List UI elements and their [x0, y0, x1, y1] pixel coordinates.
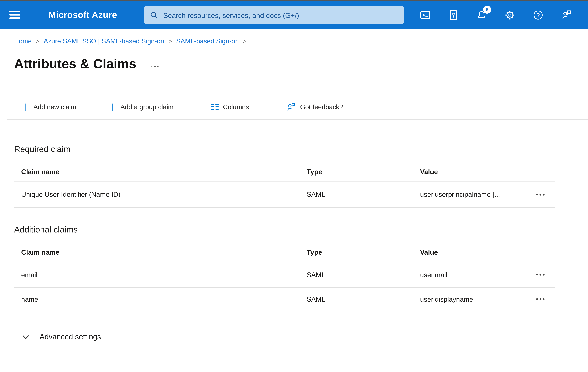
- table-header-row: Claim name Type Value: [14, 243, 555, 262]
- plus-icon: [108, 103, 116, 111]
- azure-portal-window: Microsoft Azure: [0, 0, 588, 372]
- directory-filter-icon: [448, 10, 459, 21]
- directory-filter-button[interactable]: [448, 10, 459, 21]
- svg-text:?: ?: [536, 12, 540, 18]
- row-actions-button[interactable]: •••: [534, 190, 548, 199]
- advanced-settings-toggle[interactable]: Advanced settings: [22, 330, 101, 343]
- feedback-button[interactable]: [561, 10, 572, 21]
- add-group-claim-button[interactable]: Add a group claim: [108, 100, 173, 113]
- add-group-claim-label: Add a group claim: [120, 103, 173, 111]
- cell-value: user.displayname: [413, 295, 527, 303]
- plus-icon: [21, 103, 29, 111]
- hamburger-menu-icon[interactable]: [10, 11, 20, 19]
- cell-type: SAML: [300, 295, 413, 303]
- column-header-type: Type: [300, 168, 413, 176]
- got-feedback-label: Got feedback?: [300, 103, 343, 111]
- column-header-value: Value: [413, 248, 527, 256]
- ellipsis-icon: [151, 66, 153, 67]
- breadcrumb-separator: >: [243, 37, 247, 44]
- additional-claims-heading: Additional claims: [14, 224, 78, 235]
- cell-value: user.userprincipalname [...: [413, 191, 527, 198]
- advanced-settings-label: Advanced settings: [40, 333, 101, 341]
- cell-type: SAML: [300, 191, 413, 198]
- table-header-row: Claim name Type Value: [14, 162, 555, 182]
- columns-icon: [211, 104, 219, 110]
- feedback-person-icon: [561, 10, 572, 21]
- search-icon: [150, 11, 158, 19]
- top-navigation-bar: Microsoft Azure: [0, 1, 588, 29]
- notifications-button[interactable]: 6: [476, 10, 487, 21]
- breadcrumb-separator: >: [36, 37, 39, 44]
- cell-claim-name: Unique User Identifier (Name ID): [14, 191, 300, 198]
- command-bar: Add new claim Add a group claim Columns …: [0, 100, 588, 113]
- breadcrumb-saml-sso-link[interactable]: Azure SAML SSO | SAML-based Sign-on: [44, 37, 164, 45]
- add-new-claim-button[interactable]: Add new claim: [21, 100, 76, 113]
- chevron-down-icon: [22, 335, 29, 339]
- help-button[interactable]: ?: [533, 10, 544, 21]
- column-header-claim-name: Claim name: [14, 248, 300, 256]
- page-header: Attributes & Claims: [14, 54, 160, 74]
- global-search[interactable]: [144, 6, 404, 24]
- window-top-edge: [0, 0, 588, 1]
- cell-value: user.mail: [413, 271, 527, 278]
- breadcrumb-separator: >: [168, 37, 172, 44]
- toolbar-separator: [272, 101, 272, 112]
- notification-badge: 6: [483, 6, 491, 14]
- cell-claim-name: name: [14, 295, 300, 303]
- breadcrumb: Home > Azure SAML SSO | SAML-based Sign-…: [14, 37, 251, 45]
- table-row-unique-user-identifier[interactable]: Unique User Identifier (Name ID) SAML us…: [14, 182, 555, 208]
- page-title: Attributes & Claims: [14, 54, 136, 74]
- topbar-icon-group: 6 ?: [420, 10, 572, 21]
- column-header-claim-name: Claim name: [14, 168, 300, 176]
- required-claim-table: Claim name Type Value Unique User Identi…: [14, 162, 555, 208]
- cell-claim-name: email: [14, 271, 300, 278]
- azure-brand-logo[interactable]: Microsoft Azure: [48, 1, 117, 29]
- search-input[interactable]: [162, 11, 398, 20]
- cell-type: SAML: [300, 271, 413, 278]
- more-options-button[interactable]: [149, 64, 160, 69]
- breadcrumb-home-link[interactable]: Home: [14, 37, 32, 45]
- got-feedback-button[interactable]: Got feedback?: [286, 100, 343, 113]
- cloud-shell-button[interactable]: [420, 10, 431, 21]
- table-row-email[interactable]: email SAML user.mail •••: [14, 262, 555, 287]
- cloud-shell-icon: [420, 10, 431, 21]
- gear-icon: [504, 10, 515, 21]
- columns-button[interactable]: Columns: [211, 100, 249, 113]
- feedback-person-icon: [286, 102, 296, 112]
- required-claim-heading: Required claim: [14, 144, 71, 155]
- additional-claims-table: Claim name Type Value email SAML user.ma…: [14, 243, 555, 311]
- table-row-name[interactable]: name SAML user.displayname •••: [14, 287, 555, 311]
- columns-label: Columns: [223, 103, 249, 111]
- toolbar-divider: [7, 119, 588, 120]
- add-new-claim-label: Add new claim: [33, 103, 76, 111]
- column-header-type: Type: [300, 248, 413, 256]
- column-header-value: Value: [413, 168, 527, 176]
- row-actions-button[interactable]: •••: [534, 270, 548, 279]
- help-icon: ?: [533, 10, 544, 21]
- breadcrumb-saml-signon-link[interactable]: SAML-based Sign-on: [176, 37, 239, 45]
- settings-button[interactable]: [504, 10, 515, 21]
- row-actions-button[interactable]: •••: [534, 295, 548, 304]
